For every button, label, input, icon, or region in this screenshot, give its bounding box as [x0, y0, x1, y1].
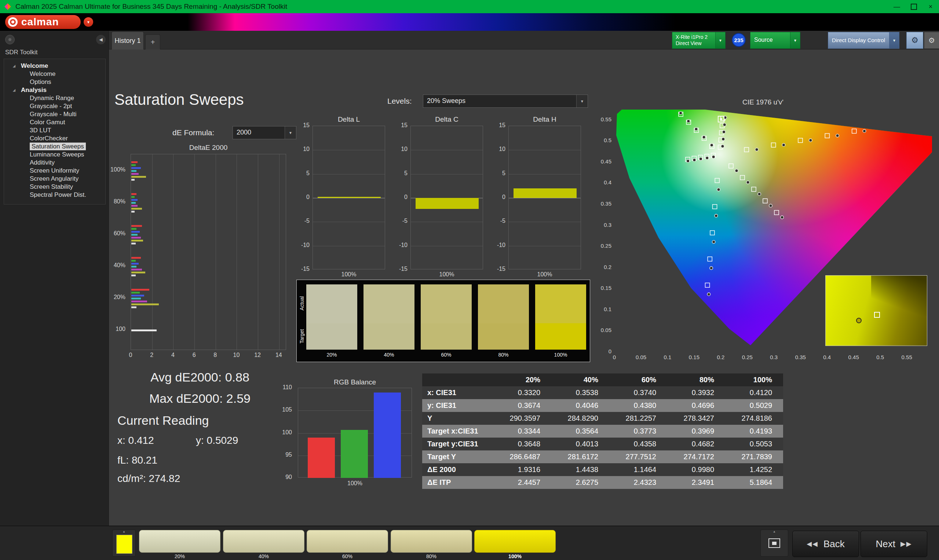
table-cell: 0.3564: [550, 425, 608, 438]
sidebar-item-screen-stability[interactable]: Screen Stability: [4, 183, 105, 191]
swatch-target: [535, 323, 586, 350]
table-cell: 5.1864: [724, 476, 782, 489]
sidebar-item-label: Grayscale - 2pt: [30, 103, 72, 109]
sidebar-item-label: Options: [30, 78, 51, 85]
axis-tick-label: 100: [277, 429, 292, 436]
calman-logo[interactable]: calman: [5, 15, 81, 29]
gridline: [509, 150, 581, 150]
sidebar-item-label: Saturation Sweeps: [30, 143, 86, 150]
sidebar-item-spectral-power-dist[interactable]: Spectral Power Dist.: [4, 191, 105, 199]
table-cell: 1.9316: [492, 463, 550, 476]
patch-button-20[interactable]: [139, 530, 220, 553]
axis-tick-label: 0.35: [789, 354, 811, 360]
next-button[interactable]: Next ▶▶: [860, 531, 927, 557]
saturation-swatch-panel: Actual Target 20%40%60%80%100%: [296, 280, 590, 362]
deltae-bar: [131, 167, 141, 169]
workflow-settings-button[interactable]: ⚙: [924, 32, 939, 49]
sidebar-item-grayscale-2pt[interactable]: Grayscale - 2pt: [4, 102, 105, 110]
sidebar-item-options[interactable]: Options: [4, 78, 105, 86]
swatch-20: 20%: [306, 280, 357, 363]
deltae-bar: [131, 240, 143, 242]
gridline: [509, 222, 581, 222]
cie-measured-marker: [735, 169, 738, 172]
pattern-preview-panel[interactable]: ▲: [112, 529, 136, 557]
cie-measured-marker: [702, 135, 705, 138]
patch-label: 20%: [139, 554, 220, 559]
cie-measured-marker: [780, 216, 783, 219]
sidebar-item-color-gamut[interactable]: Color Gamut: [4, 118, 105, 126]
pattern-window-icon: [768, 538, 780, 548]
patch-button-60[interactable]: [307, 530, 388, 553]
patch-button-80[interactable]: [391, 530, 472, 553]
expander-icon[interactable]: ◢: [13, 62, 15, 70]
sidebar-item-label: Additivity: [30, 159, 55, 166]
patch-button-100[interactable]: [474, 530, 556, 553]
display-control-dropdown[interactable]: Direct Display Control ▼: [828, 32, 899, 49]
sidebar-item-colorchecker[interactable]: ColorChecker: [4, 134, 105, 143]
meter-dropdown[interactable]: X-Rite i1Pro 2 Direct View ▼: [672, 32, 726, 49]
table-row-target-y: Target Y286.6487281.6172277.7512274.7172…: [422, 451, 783, 463]
table-cell: 0.3740: [608, 386, 666, 399]
patch-label: 100%: [474, 554, 556, 559]
collapse-sidebar-button[interactable]: ◀: [96, 35, 106, 45]
deltae-bar: [131, 202, 136, 204]
table-row-e-2000: ΔE 20001.93161.44381.14640.99801.4252: [422, 463, 783, 476]
axis-tick-label: 0.05: [591, 327, 611, 333]
sidebar-item-additivity[interactable]: Additivity: [4, 159, 105, 167]
gridline: [258, 154, 258, 350]
table-row-label: x: CIE31: [422, 386, 492, 399]
axis-tick-label: 15: [492, 122, 506, 129]
add-tab-button[interactable]: +: [145, 34, 160, 49]
axis-tick-label: 100: [106, 326, 125, 332]
minimize-button[interactable]: —: [888, 0, 905, 13]
sidebar-item-label: Dynamic Range: [30, 95, 74, 102]
delta-c-bar: [416, 198, 479, 209]
sidebar-item-welcome[interactable]: Welcome: [4, 70, 105, 78]
delta-l-chart: Delta L151050-5-10-15100%: [296, 114, 387, 286]
sidebar-item-grayscale-multi[interactable]: Grayscale - Multi: [4, 110, 105, 118]
expander-icon[interactable]: ◢: [13, 86, 15, 94]
sidebar-item-welcome[interactable]: ◢Welcome: [4, 62, 105, 70]
sidebar-item-analysis[interactable]: ◢Analysis: [4, 86, 105, 94]
close-button[interactable]: ×: [922, 0, 939, 13]
sidebar-item-dynamic-range[interactable]: Dynamic Range: [4, 94, 105, 102]
axis-tick-label: 95: [277, 452, 292, 458]
back-button[interactable]: ◀◀ Back: [792, 531, 859, 557]
axis-tick-label: 5: [492, 170, 506, 177]
sidebar-item-saturation-sweeps[interactable]: Saturation Sweeps: [4, 143, 105, 151]
luminance-badge[interactable]: 235: [732, 33, 746, 47]
table-row-label: ΔE ITP: [422, 476, 492, 489]
levels-dropdown[interactable]: 20% Sweeps ▼: [423, 95, 588, 108]
sidebar-item-label: Screen Uniformity: [30, 167, 79, 174]
de-formula-dropdown[interactable]: 2000 ▼: [233, 126, 296, 139]
sidebar-item-screen-angularity[interactable]: Screen Angularity: [4, 175, 105, 183]
measurement-table: 20%40%60%80%100%x: CIE310.33200.35380.37…: [422, 374, 783, 489]
maximize-button[interactable]: [905, 0, 922, 13]
delta-h-chart: Delta H151050-5-10-15100%: [492, 114, 583, 286]
sidebar-item-label: Color Gamut: [30, 119, 65, 126]
sidebar-item-screen-uniformity[interactable]: Screen Uniformity: [4, 167, 105, 175]
table-row-e-itp: ΔE ITP2.44572.62752.43232.34915.1864: [422, 476, 783, 489]
table-cell: 2.6275: [550, 476, 608, 489]
axis-tick-label: -15: [296, 266, 310, 272]
sidebar-item-3d-lut[interactable]: 3D LUT: [4, 126, 105, 134]
patch-button-40[interactable]: [223, 530, 304, 553]
logo-menu-button[interactable]: ▼: [83, 17, 93, 27]
source-dropdown[interactable]: Source ▼: [750, 32, 800, 49]
cie-measured-marker: [809, 139, 812, 142]
deltae-bar: [131, 257, 141, 259]
display-window-button[interactable]: ▲: [760, 529, 788, 557]
table-cell: 0.9980: [666, 463, 724, 476]
table-cell: 2.4323: [608, 476, 666, 489]
sidebar-item-luminance-sweeps[interactable]: Luminance Sweeps: [4, 151, 105, 159]
settings-button[interactable]: ⚙: [907, 32, 923, 49]
swatch-actual: [306, 285, 357, 323]
tab-history-1[interactable]: History 1: [111, 32, 144, 49]
table-column-header: 20%: [492, 374, 550, 386]
swatch-label: 100%: [535, 352, 586, 358]
help-button[interactable]: [5, 35, 15, 45]
current-x: x: 0.412: [117, 435, 154, 446]
current-fl: fL: 80.21: [117, 454, 157, 466]
deltae-bar: [131, 237, 141, 238]
gridline: [313, 198, 385, 198]
